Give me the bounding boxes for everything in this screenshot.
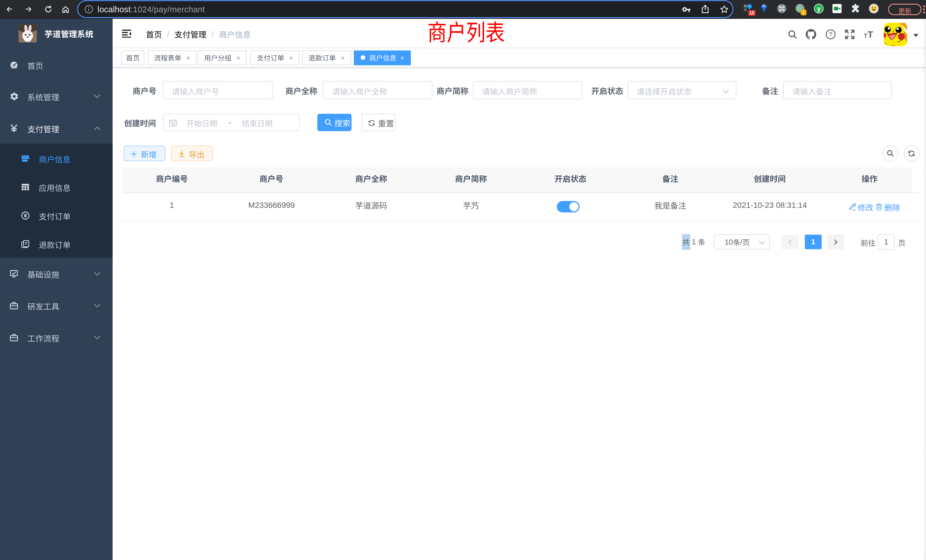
svg-text:y: y <box>817 5 821 12</box>
svg-text:T: T <box>864 32 867 39</box>
svg-text:?: ? <box>829 30 832 38</box>
svg-text:T: T <box>867 30 873 39</box>
